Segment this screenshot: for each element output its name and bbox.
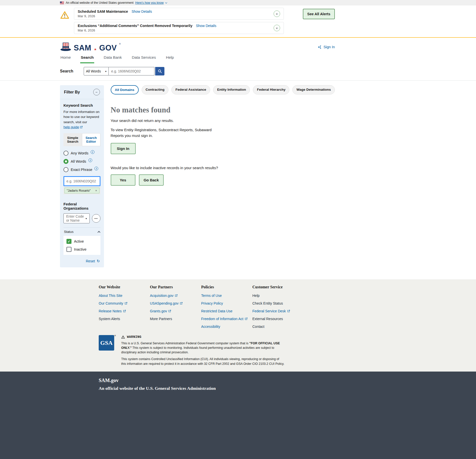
chevron-up-icon [97, 231, 100, 234]
uncle-sam-hat-icon [60, 42, 71, 52]
show-details-link[interactable]: Show Details [196, 24, 216, 28]
external-link-icon [245, 317, 248, 320]
sam-gov-logo[interactable]: SAM★GOV® [60, 42, 121, 52]
federal-org-combobox[interactable]: Enter Code or Name ▾ [63, 213, 90, 223]
registered-mark: ® [119, 43, 121, 45]
footer-link-more-partners[interactable]: More Partners [150, 317, 172, 321]
alert-item: Scheduled SAM Maintenance Show Details M… [74, 8, 284, 20]
nav-home[interactable]: Home [60, 54, 71, 63]
info-icon[interactable]: i [88, 158, 92, 162]
radio-all-words[interactable]: All Words i [63, 159, 100, 164]
footer-heading: Policies [201, 285, 252, 289]
sign-in-prompt-text: To view Entity Registrations, Subcontrac… [111, 127, 214, 138]
tab-search-editor[interactable]: Search Editor [82, 133, 100, 146]
status-heading: Status [64, 230, 73, 234]
keyword-chip: "Jadaris Rosario" × [64, 188, 99, 193]
keyword-search-tabs: Simple Search Search Editor [63, 133, 100, 146]
external-link-icon [80, 126, 83, 129]
reset-icon: ↻ [97, 259, 100, 263]
reset-label: Reset [86, 259, 95, 263]
alerts-section: Scheduled SAM Maintenance Show Details M… [0, 5, 476, 38]
close-icon[interactable]: × [274, 10, 280, 17]
collapse-filters-icon[interactable]: − [93, 89, 100, 95]
pill-contracting[interactable]: Contracting [142, 85, 169, 94]
footer-site-subtitle: An official website of the U.S. General … [99, 386, 381, 391]
warning-triangle-icon [121, 335, 125, 339]
chevron-down-icon: ▾ [105, 70, 106, 73]
footer-link-accessibility[interactable]: Accessibility [201, 325, 220, 329]
info-icon[interactable]: i [94, 167, 98, 170]
radio-any-words[interactable]: Any Words i [63, 151, 100, 156]
tab-simple-search[interactable]: Simple Search [63, 133, 82, 146]
footer-link-acquisition-gov[interactable]: Acquisition.gov [150, 294, 178, 298]
footer-link-about-this-site[interactable]: About This Site [99, 294, 122, 298]
reset-filters[interactable]: Reset ↻ [63, 255, 100, 266]
search-icon [158, 69, 162, 73]
status-active-option[interactable]: ✓ Active [66, 239, 97, 244]
footer-link-restricted-data-use[interactable]: Restricted Data Use [201, 309, 232, 313]
radio-exact-phrase[interactable]: Exact Phrase i [63, 167, 100, 172]
main-nav: Home Search Data Bank Data Services Help [60, 54, 335, 63]
registered-mark: ® [114, 334, 116, 337]
external-link-icon [168, 310, 171, 313]
search-type-select[interactable]: All Words ▾ [84, 67, 109, 75]
yes-button[interactable]: Yes [111, 174, 135, 186]
search-input[interactable] [109, 67, 154, 75]
radio-circle[interactable] [63, 151, 68, 156]
footer-link-federal-service-desk[interactable]: Federal Service Desk [252, 309, 290, 313]
status-inactive-option[interactable]: Inactive [66, 247, 97, 252]
radio-circle-selected[interactable] [63, 159, 68, 164]
go-back-button[interactable]: Go Back [139, 174, 164, 186]
keyword-search-input[interactable] [63, 176, 100, 186]
search-button[interactable] [155, 67, 164, 75]
sign-in-link[interactable]: Sign In [318, 45, 335, 49]
checkbox-checked[interactable]: ✓ [66, 239, 71, 244]
help-guide-link[interactable]: help guide [63, 125, 83, 130]
nav-help[interactable]: Help [165, 54, 174, 63]
org-browse-ellipsis-button[interactable]: ••• [92, 214, 100, 223]
see-all-alerts-button[interactable]: See All Alerts [303, 9, 335, 19]
footer-link-terms-of-use[interactable]: Terms of Use [201, 294, 222, 298]
nav-search[interactable]: Search [80, 54, 94, 63]
footer-link-usaspending-gov[interactable]: USASpending.gov [150, 301, 183, 305]
show-details-link[interactable]: Show Details [131, 9, 152, 13]
site-header: SAM★GOV® Sign In Home Search Data Bank D… [0, 38, 476, 63]
pill-all-domains[interactable]: All Domains [111, 85, 139, 94]
gsa-logo[interactable]: GSA ® [99, 335, 114, 351]
footer-link-check-entity-status[interactable]: Check Entity Status [252, 301, 283, 305]
checkbox-unchecked[interactable] [66, 247, 71, 252]
pill-entity-information[interactable]: Entity Information [213, 85, 250, 94]
keyword-info-text: For more information on how to use our k… [63, 109, 100, 130]
nav-data-bank[interactable]: Data Bank [103, 54, 122, 63]
inactive-records-question: Would you like to include inactive recor… [111, 166, 335, 170]
pill-wage-determinations[interactable]: Wage Determinations [292, 85, 335, 94]
footer-link-help[interactable]: Help [252, 294, 260, 298]
radio-circle[interactable] [63, 167, 68, 172]
remove-chip-icon[interactable]: × [95, 189, 97, 192]
how-you-know-link[interactable]: Here's how you know [135, 1, 164, 4]
alert-date: Mar 6, 2026 [78, 28, 216, 32]
sign-in-icon [318, 45, 322, 49]
footer-link-system-alerts[interactable]: System Alerts [99, 317, 120, 321]
close-icon[interactable]: × [274, 25, 280, 31]
external-link-icon [287, 310, 290, 313]
footer-link-our-community[interactable]: Our Community [99, 301, 127, 305]
sign-in-button[interactable]: Sign In [111, 143, 136, 154]
info-icon[interactable]: i [91, 150, 94, 154]
nav-data-services[interactable]: Data Services [131, 54, 156, 63]
alert-date: Mar 9, 2026 [78, 14, 152, 18]
domain-filter-pills: All Domains Contracting Federal Assistan… [111, 85, 335, 94]
footer-link-release-notes[interactable]: Release Notes [99, 309, 126, 313]
footer-heading: Our Partners [150, 285, 201, 289]
footer-link-external-resources[interactable]: External Resources [252, 317, 283, 321]
pill-federal-assistance[interactable]: Federal Assistance [171, 85, 210, 94]
footer-link-privacy-policy[interactable]: Privacy Policy [201, 301, 223, 305]
no-results-text: Your search did not return any results. [111, 118, 335, 123]
footer-link-grants-gov[interactable]: Grants.gov [150, 309, 171, 313]
footer-link-contact[interactable]: Contact [252, 325, 264, 329]
pill-federal-hierarchy[interactable]: Federal Hierarchy [253, 85, 289, 94]
status-section-toggle[interactable]: Status [63, 227, 100, 236]
footer-link-foia[interactable]: Freedom of Information Act [201, 317, 248, 321]
keyword-chip-label: "Jadaris Rosario" [67, 189, 91, 192]
footer-column-our-website: Our Website About This Site Our Communit… [99, 285, 150, 329]
